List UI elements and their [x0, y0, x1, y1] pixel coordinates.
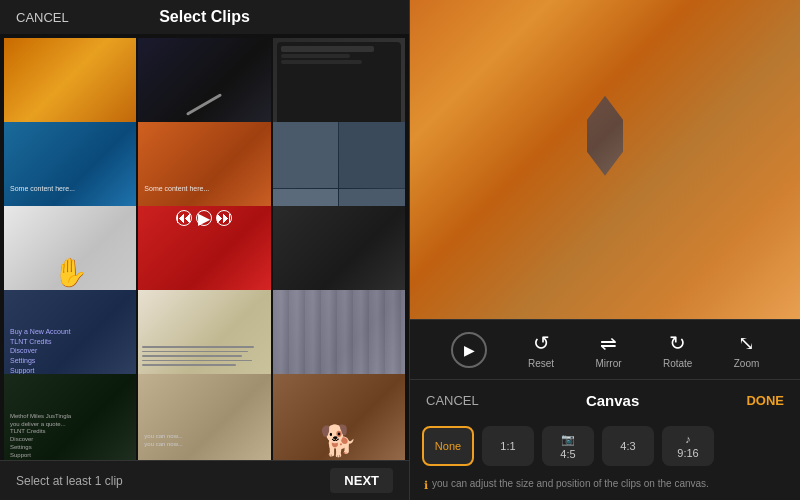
- clip-overlay-text-4: Some content here...: [10, 184, 75, 193]
- canvas-option-4x5-label: 4:5: [560, 448, 575, 460]
- canvas-title: Canvas: [586, 392, 639, 409]
- mirror-label: Mirror: [595, 358, 621, 369]
- canvas-option-9x16-label: 9:16: [677, 447, 698, 459]
- clip-overlay-text-5: Some content here...: [144, 184, 209, 193]
- rotate-button[interactable]: ↻ Rotate: [663, 331, 692, 369]
- footer-hint: Select at least 1 clip: [16, 474, 123, 488]
- canvas-option-4x5[interactable]: 📷 4:5: [542, 426, 594, 466]
- toolbar-strip: ▶ ↺ Reset ⇌ Mirror ↻ Rotate ⤡ Zoom: [410, 319, 800, 379]
- canvas-option-none[interactable]: None: [422, 426, 474, 466]
- clip-item-14[interactable]: you can now...you can now...: [138, 374, 270, 460]
- canvas-hint-text: you can adjust the size and position of …: [432, 478, 709, 489]
- camera-icon: 📷: [561, 433, 575, 446]
- clip-overlay-text-13: Methof Miles JusTinglayou deliver a quot…: [10, 413, 71, 460]
- info-icon: ℹ: [424, 479, 428, 492]
- mirror-icon: ⇌: [600, 331, 617, 355]
- right-panel: ▶ ↺ Reset ⇌ Mirror ↻ Rotate ⤡ Zoom CANCE…: [410, 0, 800, 500]
- reset-label: Reset: [528, 358, 554, 369]
- canvas-hint: ℹ you can adjust the size and position o…: [410, 472, 800, 500]
- canvas-options-row: None 1:1 📷 4:5 4:3 ♪ 9:16: [410, 420, 800, 472]
- canvas-option-9x16[interactable]: ♪ 9:16: [662, 426, 714, 466]
- clips-grid: 0:14 Some content here... Some content: [0, 34, 409, 460]
- dot-icon-2: ▶: [196, 210, 212, 226]
- left-footer: Select at least 1 clip NEXT: [0, 460, 409, 500]
- canvas-header: CANCEL Canvas DONE: [410, 380, 800, 420]
- cancel-button[interactable]: CANCEL: [16, 10, 69, 25]
- zoom-icon: ⤡: [738, 331, 755, 355]
- reset-icon: ↺: [533, 331, 550, 355]
- left-header: CANCEL Select Clips: [0, 0, 409, 34]
- canvas-option-4x3-label: 4:3: [620, 440, 635, 452]
- clip-item-13[interactable]: Methof Miles JusTinglayou deliver a quot…: [4, 374, 136, 460]
- page-title: Select Clips: [159, 8, 250, 26]
- canvas-section: CANCEL Canvas DONE None 1:1 📷 4:5 4:3: [410, 379, 800, 500]
- next-button[interactable]: NEXT: [330, 468, 393, 493]
- preview-image: [410, 0, 800, 319]
- canvas-option-1x1-label: 1:1: [500, 440, 515, 452]
- rotate-icon: ↻: [669, 331, 686, 355]
- zoom-button[interactable]: ⤡ Zoom: [734, 331, 760, 369]
- reset-button[interactable]: ↺ Reset: [528, 331, 554, 369]
- canvas-option-1x1[interactable]: 1:1: [482, 426, 534, 466]
- left-panel: CANCEL Select Clips 0:14 Some content he…: [0, 0, 410, 500]
- dot-icon: ⏮: [176, 210, 192, 226]
- dot-icon-3: ⏭: [216, 210, 232, 226]
- canvas-cancel-button[interactable]: CANCEL: [426, 393, 479, 408]
- zoom-label: Zoom: [734, 358, 760, 369]
- tiktok-icon: ♪: [685, 433, 691, 445]
- preview-area: [410, 0, 800, 319]
- canvas-done-button[interactable]: DONE: [746, 393, 784, 408]
- canvas-option-none-label: None: [435, 440, 461, 452]
- play-button[interactable]: ▶: [451, 332, 487, 368]
- clip-item-15[interactable]: 🐕 0:22: [273, 374, 405, 460]
- canvas-option-4x3[interactable]: 4:3: [602, 426, 654, 466]
- play-icon: ▶: [464, 342, 475, 358]
- clip-overlay-text-14: you can now...you can now...: [144, 432, 182, 449]
- mirror-button[interactable]: ⇌ Mirror: [595, 331, 621, 369]
- rotate-label: Rotate: [663, 358, 692, 369]
